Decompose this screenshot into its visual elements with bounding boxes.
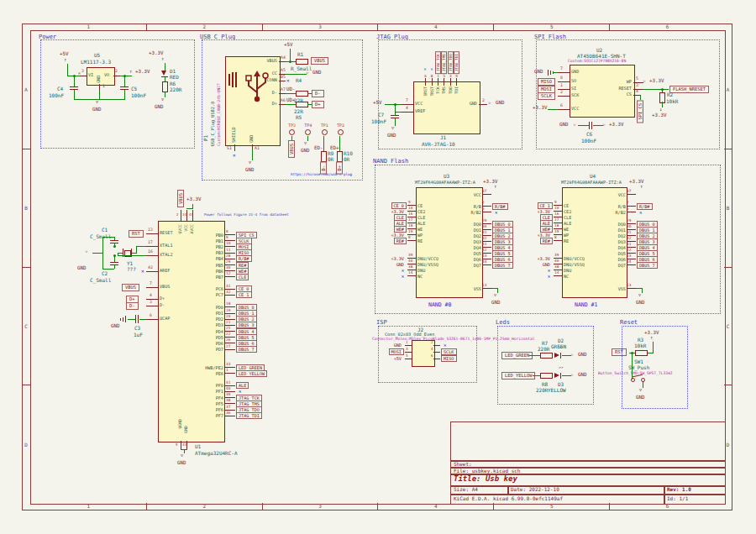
testpoint[interactable]: TP1 [317,123,333,135]
net-label[interactable]: JTAG_TCK [435,51,441,74]
capacitor-c7[interactable] [391,115,399,116]
pin-row[interactable] [518,243,601,249]
pin-row[interactable] [188,353,267,359]
resistor-r3[interactable] [635,350,648,356]
power-flag-3v3[interactable]: +3.3V [533,106,547,111]
pin-row[interactable]: ✕ 14 NC [518,273,601,279]
power-flag-3v3[interactable]: +3.3V [186,197,201,202]
gnd-label[interactable]: GND [245,168,254,173]
pin-row[interactable]: VCC 37 [591,191,658,197]
net-label-vbus[interactable]: VBUS [177,190,184,207]
net-label-dm[interactable]: D- [312,90,324,97]
net-label[interactable]: ✕ [399,273,407,280]
net-label[interactable]: CLE [236,274,249,280]
led-d2[interactable] [554,353,559,358]
gnd-label[interactable]: GND [578,353,586,358]
pin-row[interactable] [591,268,658,274]
net-label[interactable]: LED_YELLOW [236,370,267,377]
pin-row[interactable]: DQ7 44 DBUS_7 [591,262,658,268]
capacitor-c3[interactable] [138,315,139,323]
net-label-rst[interactable]: RST [612,348,627,356]
led-d3[interactable] [554,373,559,378]
net-label[interactable]: JTAG_TDO [448,51,454,74]
resistor-r1[interactable] [296,59,308,65]
testpoint[interactable]: TP4 [300,123,316,135]
pin-row[interactable] [591,280,658,285]
jtag-pin-column[interactable]: JTAG_TDO 3 TDO [448,42,454,97]
power-flag-5v[interactable]: +5V [284,43,292,48]
net-label-led-green[interactable]: LED_GREEN [501,352,533,359]
pin-row[interactable] [446,274,513,280]
resistor-r6[interactable] [162,81,168,92]
power-flag-3v3[interactable]: +3.3V [149,51,163,56]
gnd-label[interactable]: GND [496,101,504,106]
testpoint-pad-icon[interactable] [322,129,328,135]
testpoint-pad-icon[interactable] [338,129,344,135]
net-label[interactable]: MISO [441,355,457,362]
gnd-label[interactable]: GND [534,70,543,75]
pin-row[interactable] [446,280,513,285]
testpoint[interactable]: TP2 [333,123,349,135]
gnd-label[interactable]: GND [301,149,309,154]
net-label-sclk[interactable]: SCLK [538,92,555,100]
datasheet-link[interactable]: https://hirose.com/usb-c-plug [291,173,352,176]
net-label-vbus[interactable]: VBUS [122,284,139,291]
pin-row[interactable]: PC7 32 CE_1 [188,292,267,298]
net-label-flash-nreset[interactable]: FLASH_NRESET [669,86,709,93]
resistor-r5[interactable] [296,102,308,107]
net-label[interactable]: JTAG_TDI [454,51,459,74]
net-label[interactable]: DBUS_7 [492,262,513,269]
gnd-label[interactable]: GND [312,71,321,76]
pin-row[interactable]: PD7 27 DBUS_7 [188,347,267,353]
gnd-label[interactable]: GND [636,301,644,306]
pin-row[interactable] [446,268,513,274]
gnd-label[interactable]: GND [387,134,396,139]
pin-row[interactable]: 2 ✕ [433,342,457,348]
capacitor-c5[interactable] [120,86,129,87]
net-label[interactable]: +5V [391,355,404,362]
gnd-label[interactable]: GND [177,461,186,466]
net-label-vbus[interactable]: VBUS [288,140,295,158]
pin-row[interactable]: R/B2 6 ✕ [591,209,658,215]
net-label[interactable]: DBUS_7 [236,346,257,353]
pin-row[interactable]: RE# 8 RE [518,238,601,243]
net-label[interactable]: DBUS_7 [637,262,658,269]
gnd-label[interactable]: GND [111,324,119,329]
testpoint-pad-icon[interactable] [305,129,311,135]
resistor-r10[interactable] [337,151,343,162]
pin-row[interactable] [591,274,658,280]
net-label[interactable]: SCLK [441,348,457,355]
power-flag-3v3[interactable]: +3.3V [649,79,664,84]
capacitor-c6[interactable] [591,122,592,129]
net-label[interactable]: ✕ [423,65,428,74]
pin-row[interactable]: DQ7 44 DBUS_7 [446,262,513,268]
capacitor-c2[interactable] [110,262,118,263]
net-label-miso[interactable]: MISO [538,78,555,86]
capacitor-c6[interactable] [589,122,590,129]
testpoint[interactable]: TP3 [284,123,300,135]
net-label-rst[interactable]: RST [129,230,144,238]
gnd-label[interactable]: GND [92,107,101,113]
pin-row[interactable]: 6 MISO [433,355,457,362]
resistor-r7[interactable] [540,353,553,359]
pin-row[interactable]: VSS 13 [591,285,658,291]
net-label-dp[interactable]: D+ [312,101,324,108]
gnd-label[interactable]: GND [77,266,86,271]
spi-flash-u2-body[interactable] [570,65,635,118]
power-flag-3v3[interactable]: +3.3V [135,70,150,75]
net-label[interactable]: CE_1 [236,291,252,298]
net-label[interactable]: ✕ [492,209,500,216]
pin-row[interactable]: ✕ 14 NC [372,273,454,279]
net-label[interactable]: RE# [394,238,407,244]
net-label[interactable]: GND [391,342,404,348]
pin-row[interactable]: PB7 12 CLE [188,274,267,280]
net-label[interactable]: JTAG_TMS [441,51,447,74]
net-label[interactable]: JTAG_TDI [236,412,262,419]
pin-row[interactable]: 4 SCLK [433,348,457,355]
net-label[interactable]: ✕ [430,65,434,74]
testpoint-pad-icon[interactable] [289,129,295,135]
net-label-spi-cs[interactable]: SPI_CS [637,100,643,123]
pin-row[interactable]: VSS 13 [446,285,513,291]
net-label[interactable]: RE# [540,238,553,244]
resistor-r9[interactable] [321,151,327,162]
